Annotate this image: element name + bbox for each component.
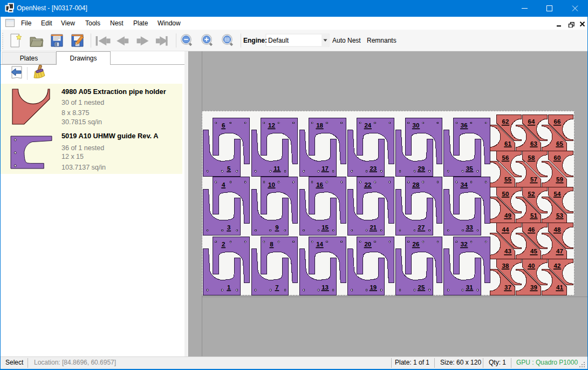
svg-text:14: 14 (316, 241, 323, 247)
svg-text:50: 50 (502, 191, 509, 197)
svg-text:2: 2 (222, 241, 225, 247)
svg-text:9: 9 (275, 224, 278, 231)
svg-text:4: 4 (222, 181, 225, 188)
svg-text:28: 28 (413, 181, 420, 188)
svg-text:58: 58 (528, 154, 535, 161)
svg-text:65: 65 (556, 140, 563, 147)
svg-text:39: 39 (530, 284, 537, 291)
svg-text:1: 1 (227, 284, 231, 291)
svg-text:47: 47 (556, 248, 563, 254)
svg-text:6: 6 (222, 122, 225, 129)
svg-text:24: 24 (364, 122, 371, 129)
svg-text:32: 32 (461, 241, 468, 247)
svg-text:20: 20 (364, 241, 371, 247)
svg-text:42: 42 (554, 263, 561, 269)
svg-text:53: 53 (556, 212, 563, 219)
svg-text:40: 40 (528, 263, 535, 269)
svg-text:15: 15 (322, 224, 329, 231)
svg-text:59: 59 (556, 176, 563, 183)
svg-text:13: 13 (322, 284, 329, 291)
svg-text:12: 12 (268, 122, 275, 129)
svg-text:35: 35 (466, 165, 473, 172)
svg-text:57: 57 (530, 176, 537, 183)
svg-text:45: 45 (530, 248, 537, 254)
svg-text:26: 26 (413, 241, 420, 247)
svg-text:34: 34 (461, 181, 468, 188)
svg-text:52: 52 (528, 191, 535, 197)
svg-text:37: 37 (504, 284, 511, 291)
svg-text:18: 18 (316, 122, 323, 129)
svg-text:22: 22 (364, 181, 371, 188)
svg-text:19: 19 (370, 284, 377, 291)
svg-text:41: 41 (556, 284, 563, 291)
svg-text:49: 49 (504, 212, 511, 219)
svg-text:63: 63 (530, 140, 537, 147)
svg-text:25: 25 (418, 284, 425, 291)
svg-text:54: 54 (554, 191, 561, 197)
svg-text:29: 29 (418, 165, 425, 172)
svg-text:61: 61 (504, 140, 511, 147)
svg-text:51: 51 (530, 212, 537, 219)
svg-text:36: 36 (461, 122, 468, 129)
svg-text:3: 3 (227, 224, 230, 231)
svg-text:5: 5 (227, 165, 231, 172)
svg-text:21: 21 (370, 224, 377, 231)
svg-text:23: 23 (370, 165, 377, 172)
svg-text:31: 31 (466, 284, 473, 291)
svg-text:11: 11 (274, 165, 281, 172)
svg-text:17: 17 (322, 165, 329, 172)
svg-text:30: 30 (413, 122, 420, 129)
svg-text:44: 44 (502, 226, 509, 233)
svg-text:48: 48 (554, 226, 561, 233)
svg-text:7: 7 (275, 284, 278, 291)
svg-text:10: 10 (268, 181, 275, 188)
svg-text:43: 43 (504, 248, 511, 254)
svg-text:66: 66 (554, 118, 561, 125)
svg-text:8: 8 (270, 241, 274, 247)
svg-text:62: 62 (502, 118, 509, 125)
svg-text:46: 46 (528, 226, 535, 233)
svg-text:38: 38 (502, 263, 509, 269)
svg-text:60: 60 (554, 154, 561, 161)
svg-text:27: 27 (418, 224, 425, 231)
svg-text:55: 55 (504, 176, 511, 183)
svg-text:16: 16 (316, 181, 323, 188)
svg-text:33: 33 (466, 224, 473, 231)
svg-text:56: 56 (502, 154, 509, 161)
svg-text:64: 64 (528, 118, 535, 125)
